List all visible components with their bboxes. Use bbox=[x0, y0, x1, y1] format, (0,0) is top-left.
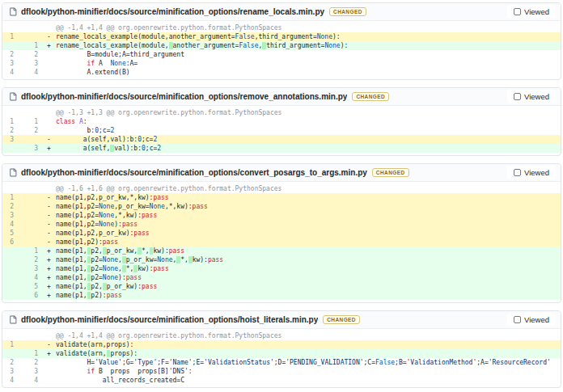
viewed-checkbox[interactable] bbox=[514, 169, 521, 176]
viewed-toggle[interactable]: Viewed bbox=[507, 166, 556, 179]
code-token: p_or_kw): bbox=[107, 283, 142, 290]
file-path[interactable]: dflook/python-minifier/docs/source/minif… bbox=[21, 7, 324, 16]
hunk-header: @@ -1,6 +1,6 @@ org.openrewrite.python.f… bbox=[2, 184, 561, 193]
diff-sign: + bbox=[44, 291, 56, 300]
diff-line-add: 1+rename_locals_example(module, another_… bbox=[2, 41, 561, 50]
code-token bbox=[56, 60, 87, 67]
code-token: ): bbox=[114, 221, 122, 228]
code-token: if bbox=[87, 368, 95, 375]
old-line-number: 3 bbox=[2, 135, 23, 144]
viewed-toggle[interactable]: Viewed bbox=[507, 90, 556, 103]
viewed-toggle[interactable]: Viewed bbox=[507, 313, 556, 327]
changed-badge: CHANGED bbox=[372, 168, 409, 177]
code-token: 'DNS' bbox=[169, 368, 188, 375]
diff-sign: - bbox=[44, 340, 56, 349]
code-token: class bbox=[56, 118, 75, 125]
diff-sign bbox=[44, 50, 56, 59]
file-header: dflook/python-minifier/docs/source/minif… bbox=[2, 3, 561, 21]
old-line-number: 4 bbox=[2, 220, 23, 229]
new-line-number: 4 bbox=[23, 273, 44, 282]
old-line-number: 4 bbox=[2, 68, 23, 77]
old-line-number bbox=[2, 331, 23, 340]
code-token: None bbox=[157, 256, 172, 263]
old-line-number: 3 bbox=[2, 211, 23, 220]
file-header: dflook/python-minifier/docs/source/minif… bbox=[2, 88, 561, 106]
file-diff-card: dflook/python-minifier/docs/source/minif… bbox=[2, 310, 561, 388]
code-token: p2, bbox=[91, 247, 102, 255]
code-line: a(self,val):b:0;c=2 bbox=[56, 135, 561, 144]
diff-sign: - bbox=[44, 32, 56, 41]
code-token: props): bbox=[110, 350, 138, 357]
code-token: name(p1,p2= bbox=[56, 212, 99, 219]
diff-sign bbox=[44, 184, 56, 193]
file-path[interactable]: dflook/python-minifier/docs/source/minif… bbox=[21, 168, 367, 177]
code-token: pass bbox=[142, 212, 157, 219]
code-token: ,p_or_kw= bbox=[114, 203, 149, 210]
code-line: name(p1, p2=None, p_or_kw=None, *, kw):p… bbox=[56, 255, 561, 264]
file-icon bbox=[9, 168, 17, 177]
diff-sign: - bbox=[44, 211, 56, 220]
code-line: a(self, val):b:0;c=2 bbox=[56, 144, 561, 153]
hunk-header: @@ -1,3 +1,3 @@ org.openrewrite.python.f… bbox=[2, 108, 561, 117]
diff-sign: - bbox=[44, 193, 56, 202]
code-token: kw): bbox=[138, 265, 153, 272]
new-line-number bbox=[23, 331, 44, 340]
diff-line-add: 6+name(p1, p2):pass bbox=[2, 291, 561, 300]
old-line-number bbox=[2, 273, 23, 282]
code-token: another_argument= bbox=[173, 42, 239, 49]
code-line: name(p1,p2=None,*,kw):pass bbox=[56, 211, 561, 220]
viewed-checkbox[interactable] bbox=[514, 8, 521, 15]
diff-sign: + bbox=[44, 273, 56, 282]
code-token: 'Value' bbox=[95, 359, 122, 366]
code-token: H= bbox=[56, 359, 95, 366]
old-line-number: 1 bbox=[2, 32, 23, 41]
diff-line-del: 3- a(self,val):b:0;c=2 bbox=[2, 135, 561, 144]
code-token: 2 bbox=[153, 136, 157, 143]
diff-line-add: 4+name(p1, p2=None):pass bbox=[2, 273, 561, 282]
new-line-number bbox=[23, 238, 44, 247]
new-line-number: 6 bbox=[23, 291, 44, 300]
code-token: None bbox=[110, 60, 125, 67]
code-line: name(p1, p2=None, *, kw):pass bbox=[56, 264, 561, 273]
code-token: B props props[B] bbox=[95, 368, 169, 375]
old-line-number bbox=[2, 247, 23, 255]
diff-table: @@ -1,3 +1,3 @@ org.openrewrite.python.f… bbox=[2, 106, 561, 155]
code-token: None bbox=[317, 33, 332, 40]
code-token: name(p1,p2): bbox=[56, 238, 103, 246]
new-line-number bbox=[23, 108, 44, 117]
viewed-toggle[interactable]: Viewed bbox=[507, 5, 556, 19]
viewed-checkbox[interactable] bbox=[514, 316, 521, 323]
old-line-number bbox=[2, 144, 23, 153]
file-path[interactable]: dflook/python-minifier/docs/source/minif… bbox=[21, 92, 347, 101]
code-token: name(p1,p2,p_or_kw): bbox=[56, 230, 133, 237]
viewed-checkbox[interactable] bbox=[514, 93, 521, 100]
code-token: pass bbox=[122, 221, 138, 228]
old-line-number: 2 bbox=[2, 50, 23, 59]
new-line-number bbox=[23, 184, 44, 193]
file-icon bbox=[9, 7, 17, 16]
code-token: pass bbox=[208, 256, 223, 263]
new-line-number bbox=[23, 202, 44, 211]
code-token: rename_locals_example(module,another_arg… bbox=[56, 33, 235, 40]
code-token: : bbox=[188, 368, 193, 375]
new-line-number: 1 bbox=[23, 41, 44, 50]
new-line-number: 2 bbox=[23, 255, 44, 264]
code-line: if B props props[B]'DNS': bbox=[56, 367, 561, 376]
new-line-number bbox=[23, 229, 44, 238]
diff-sign bbox=[44, 59, 56, 68]
code-token: *, bbox=[142, 247, 150, 255]
code-line: name(p1,p2):pass bbox=[56, 238, 561, 247]
code-token: 2 bbox=[157, 145, 161, 152]
code-token: ;E= bbox=[193, 359, 204, 366]
changed-badge: CHANGED bbox=[352, 92, 389, 101]
diff-sign bbox=[44, 68, 56, 77]
diff-sign: + bbox=[44, 41, 56, 50]
file-path[interactable]: dflook/python-minifier/docs/source/minif… bbox=[21, 315, 318, 324]
old-line-number bbox=[2, 282, 23, 291]
hunk-header: @@ -1,4 +1,4 @@ org.openrewrite.python.f… bbox=[2, 23, 561, 32]
code-line: name(p1,p2=None):pass bbox=[56, 220, 561, 229]
new-line-number: 3 bbox=[23, 59, 44, 68]
new-line-number: 2 bbox=[23, 50, 44, 59]
diff-line-ctx: 22 b:0;c=2 bbox=[2, 126, 561, 135]
diff-sign bbox=[44, 108, 56, 117]
